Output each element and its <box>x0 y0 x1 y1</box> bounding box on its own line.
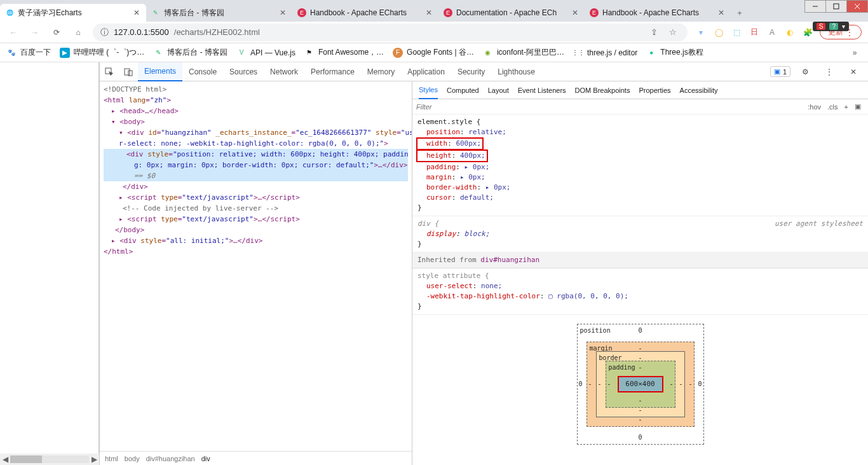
breadcrumb-item[interactable]: div#huangzihan <box>146 455 195 462</box>
style-rule[interactable]: element.style { position: relative; widt… <box>412 115 868 216</box>
close-devtools-icon[interactable]: ✕ <box>844 67 863 76</box>
ext-icon[interactable]: 日 <box>749 27 760 38</box>
box-model-diagram: position 0 0 0 0 margin - - - - border <box>412 315 868 457</box>
styles-tab-properties[interactable]: Properties <box>639 87 670 94</box>
tab-4[interactable]: E Handbook - Apache ECharts ✕ <box>585 4 731 22</box>
tab-title: 博客后台 - 博客园 <box>164 8 275 18</box>
scroll-right-icon[interactable]: ▶ <box>89 454 99 464</box>
tab-strip: 🌐 黄子涵学习Echarts ✕ ✎ 博客后台 - 博客园 ✕ E Handbo… <box>0 0 868 22</box>
styles-tab-dombreakpoints[interactable]: DOM Breakpoints <box>575 87 630 94</box>
devtools-tab-lighthouse[interactable]: Lighthouse <box>491 62 541 81</box>
breadcrumb-item[interactable]: div <box>201 455 210 462</box>
dom-node[interactable]: <!DOCTYPE html> <box>104 84 408 95</box>
bookmark-item[interactable]: VAPI — Vue.js <box>236 48 295 58</box>
cls-toggle[interactable]: .cls <box>824 103 841 111</box>
gear-icon[interactable]: ⚙ <box>796 67 815 76</box>
ext-icon[interactable]: ▾ <box>695 27 707 38</box>
styles-tab-eventlisteners[interactable]: Event Listeners <box>518 87 566 94</box>
page-viewport <box>0 62 99 454</box>
url-input[interactable]: ⓘ 127.0.0.1:5500/echarts/HZHE002.html ⇪ … <box>93 24 688 41</box>
url-host: 127.0.0.1:5500 <box>114 27 169 37</box>
device-toggle-icon[interactable] <box>119 67 138 76</box>
site-info-icon[interactable]: ⓘ <box>100 27 109 38</box>
issues-button[interactable]: ▣1 <box>770 66 790 77</box>
horizontal-scrollbar[interactable]: ◀ ▶ <box>0 454 99 465</box>
styles-tab-computed[interactable]: Computed <box>447 87 479 94</box>
inspect-icon[interactable] <box>100 67 119 76</box>
bookmark-item[interactable]: 🐾百度一下 <box>6 47 51 58</box>
boxmodel-content: 600×400 <box>618 376 663 392</box>
tab-title: Handbook - Apache ECharts <box>602 8 713 17</box>
tab-3[interactable]: E Documentation - Apache ECh ✕ <box>438 4 585 22</box>
boxmodel-label: padding <box>609 363 635 373</box>
devtools-tab-network[interactable]: Network <box>264 62 304 81</box>
scroll-left-icon[interactable]: ◀ <box>0 454 10 464</box>
style-rule[interactable]: user agent stylesheet div { display: blo… <box>412 216 868 253</box>
new-tab-button[interactable]: ＋ <box>731 4 749 22</box>
close-icon[interactable]: ✕ <box>717 8 726 17</box>
add-rule-button[interactable]: + <box>841 103 851 111</box>
bookmarks-bar: 🐾百度一下 ▶哔哩哔哩 (゜-゜)つ… ✎博客后台 - 博客园 VAPI — V… <box>0 43 868 62</box>
styles-tab-accessibility[interactable]: Accessibility <box>680 87 718 94</box>
forward-button[interactable]: → <box>28 25 42 39</box>
bookmark-item[interactable]: ⚑Font Awesome，… <box>304 47 384 58</box>
style-rule[interactable]: style attribute { user-select: none; -we… <box>412 268 868 315</box>
tab-1[interactable]: ✎ 博客后台 - 博客园 ✕ <box>146 4 292 22</box>
close-icon[interactable]: ✕ <box>132 8 141 17</box>
tab-title: Handbook - Apache ECharts <box>310 8 421 17</box>
ext-icon[interactable]: ◐ <box>784 27 796 38</box>
devtools-tab-application[interactable]: Application <box>401 62 451 81</box>
share-icon[interactable]: ⇪ <box>647 25 661 39</box>
devtools-tab-security[interactable]: Security <box>451 62 491 81</box>
devtools-tab-memory[interactable]: Memory <box>361 62 401 81</box>
selected-marker: == $0 <box>104 170 408 181</box>
echarts-icon: E <box>444 8 452 17</box>
devtools-top-tabs: Elements Console Sources Network Perform… <box>100 62 868 81</box>
extensions-icon[interactable]: 🧩 <box>802 27 813 38</box>
devtools-tab-sources[interactable]: Sources <box>223 62 264 81</box>
tab-2[interactable]: E Handbook - Apache ECharts ✕ <box>292 4 438 22</box>
bookmark-item[interactable]: ▶哔哩哔哩 (゜-゜)つ… <box>60 47 144 58</box>
dom-tree[interactable]: <!DOCTYPE html> <html lang="zh"> ▸ <head… <box>100 81 412 451</box>
bookmark-item[interactable]: ●Three.js教程 <box>646 47 703 58</box>
styles-content: element.style { position: relative; widt… <box>412 115 868 465</box>
toggle-computed-icon[interactable]: ▣ <box>851 102 864 111</box>
close-icon[interactable]: ✕ <box>571 8 580 17</box>
ext-icon[interactable]: ⬚ <box>731 27 742 38</box>
star-icon[interactable]: ☆ <box>666 25 680 39</box>
devtools-tab-console[interactable]: Console <box>182 62 223 81</box>
styles-filter-input[interactable] <box>416 103 804 111</box>
ext-icon[interactable]: A <box>766 27 778 38</box>
breadcrumb-item[interactable]: body <box>125 455 140 462</box>
styles-tab-layout[interactable]: Layout <box>488 87 509 94</box>
tab-0[interactable]: 🌐 黄子涵学习Echarts ✕ <box>0 4 146 22</box>
back-button[interactable]: ← <box>6 25 20 39</box>
breadcrumb-item[interactable]: html <box>105 455 118 462</box>
bookmark-item[interactable]: FGoogle Fonts | 谷… <box>393 47 474 58</box>
bookmark-item[interactable]: ◉iconfont-阿里巴巴… <box>483 47 564 58</box>
window-controls <box>805 0 868 13</box>
close-icon[interactable]: ✕ <box>278 8 287 17</box>
devtools-tab-performance[interactable]: Performance <box>304 62 361 81</box>
ime-badge: S ? ▾ <box>813 22 849 31</box>
bookmarks-overflow-button[interactable]: » <box>848 46 862 60</box>
kebab-icon[interactable]: ⋮ <box>820 67 839 76</box>
minimize-button[interactable] <box>804 0 826 13</box>
dom-node-selected[interactable]: <div style="position: relative; width: 6… <box>104 149 408 160</box>
maximize-button[interactable] <box>825 0 847 13</box>
close-icon[interactable]: ✕ <box>424 8 433 17</box>
hov-toggle[interactable]: :hov <box>804 103 824 111</box>
tab-title: 黄子涵学习Echarts <box>18 8 128 18</box>
ext-icon[interactable]: ◯ <box>713 27 724 38</box>
dom-node[interactable]: <head>…</head> <box>119 107 179 115</box>
devtools-tab-elements[interactable]: Elements <box>138 62 182 81</box>
bookmark-item[interactable]: ⋮⋮three.js / editor <box>573 48 637 58</box>
tab-title: Documentation - Apache ECh <box>456 8 567 17</box>
reload-button[interactable]: ⟳ <box>50 25 64 39</box>
styles-tab-styles[interactable]: Styles <box>419 81 438 99</box>
home-button[interactable]: ⌂ <box>71 25 85 39</box>
bookmark-item[interactable]: ✎博客后台 - 博客园 <box>153 47 227 58</box>
close-window-button[interactable] <box>846 0 868 13</box>
dom-node[interactable]: <!-- Code injected by live-server --> <box>104 203 408 214</box>
svg-rect-5 <box>125 69 130 75</box>
